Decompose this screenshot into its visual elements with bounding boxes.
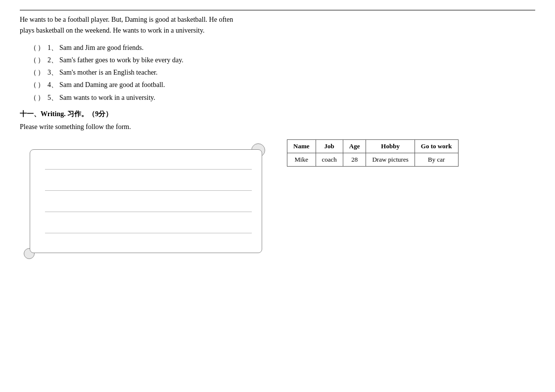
question-text-5: Sam wants to work in a university. [59,91,155,104]
question-item-1: （ ） 1、 Sam and Jim are good friends. [30,42,535,54]
questions-list: （ ） 1、 Sam and Jim are good friends. （ ）… [20,42,535,104]
question-text-3: Sam's mother is an English teacher. [59,66,157,79]
content-area: Name Job Age Hobby Go to work Mike coach… [20,139,535,263]
writing-line-2 [45,190,252,191]
question-item-4: （ ） 4、 Sam and Daming are good at footba… [30,79,535,91]
writing-line-4 [45,233,252,233]
cell-hobby: Draw pictures [366,153,415,167]
table-header-row: Name Job Age Hobby Go to work [287,140,459,153]
cell-job: coach [316,153,343,167]
col-header-age: Age [343,140,366,153]
question-text-4: Sam and Daming are good at football. [59,79,165,91]
col-header-go-to-work: Go to work [415,140,458,153]
col-header-name: Name [287,140,316,153]
question-item-5: （ ） 5、 Sam wants to work in a university… [30,91,535,104]
section-header: 十一、Writing. 习作。（9分） [20,110,535,119]
question-text-1: Sam and Jim are good friends. [59,42,143,54]
writing-line-3 [45,212,252,212]
table-area: Name Job Age Hobby Go to work Mike coach… [287,139,459,167]
question-item-2: （ ） 2、 Sam's father goes to work by bike… [30,54,535,66]
question-text-2: Sam's father goes to work by bike every … [59,54,184,66]
scroll-body [30,149,262,253]
writing-instruction: Please write something follow the form. [20,122,535,132]
col-header-hobby: Hobby [366,140,415,153]
col-header-job: Job [316,140,343,153]
info-table: Name Job Age Hobby Go to work Mike coach… [287,139,459,167]
cell-age: 28 [343,153,366,167]
top-divider [20,10,535,10]
cell-go-to-work: By car [415,153,458,167]
question-item-3: （ ） 3、 Sam's mother is an English teache… [30,66,535,79]
cell-name: Mike [287,153,316,167]
passage-line2: plays basketball on the weekend. He want… [20,27,205,34]
scroll-area [20,139,267,263]
writing-line-1 [45,169,252,170]
passage-text: He wants to be a football player. But, D… [20,14,535,37]
passage-line1: He wants to be a football player. But, D… [20,16,233,23]
scroll-container [20,139,267,263]
table-row: Mike coach 28 Draw pictures By car [287,153,459,167]
